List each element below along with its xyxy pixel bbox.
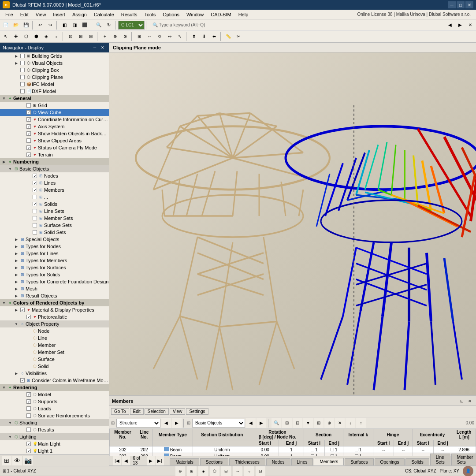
tab-nodes[interactable]: Nodes: [266, 458, 290, 465]
check-solid-sets[interactable]: [32, 230, 38, 235]
nav-section-shading[interactable]: ▼ ⬡ Shading: [0, 419, 109, 426]
check-light-1[interactable]: [26, 448, 32, 454]
viewport[interactable]: [109, 52, 476, 395]
nav-item-axis-system[interactable]: ♥ Axis System: [0, 123, 109, 130]
nav-section-numbering[interactable]: ▶ ● Numbering: [0, 158, 109, 165]
nav-item-types-surfaces[interactable]: ▶ ⊞ Types for Surfaces: [0, 264, 109, 271]
nav-item-grid[interactable]: ⊞ Grid: [0, 102, 109, 109]
nav-section-object-property[interactable]: ▼ ○ Object Property: [0, 320, 109, 327]
nav-btn-2[interactable]: 👁: [12, 456, 22, 465]
tb-clear[interactable]: ⊟: [293, 418, 302, 428]
redo-btn[interactable]: ↪: [45, 20, 55, 30]
bottom-panel-close[interactable]: ✕: [466, 398, 473, 405]
status-snap-4[interactable]: ⬡: [210, 466, 219, 476]
tb-export[interactable]: ↑: [356, 418, 366, 428]
object-filter-combo[interactable]: Basic Objects: [192, 419, 245, 428]
nav-item-supports[interactable]: ⬡ Supports: [0, 398, 109, 405]
nav-btn-1[interactable]: ⊞: [2, 456, 11, 465]
tab-members[interactable]: Members: [314, 458, 344, 465]
tab-lines[interactable]: Lines: [291, 458, 313, 465]
menu-help[interactable]: Help: [235, 11, 252, 18]
check-view-cube[interactable]: [26, 110, 32, 115]
nav-item-solid-sets[interactable]: ⊞ Solid Sets: [0, 229, 109, 236]
extra-btn-2[interactable]: ▶: [455, 20, 465, 30]
tb2-7[interactable]: ⊡: [66, 32, 75, 41]
tab-solids[interactable]: Solids: [405, 458, 429, 465]
check-solids-num[interactable]: [32, 201, 38, 207]
nav-section-general[interactable]: ▼ ● General: [0, 95, 109, 102]
new-btn[interactable]: 📄: [1, 20, 11, 30]
check-material-display[interactable]: [19, 307, 26, 312]
status-snap-7[interactable]: ⬦: [244, 466, 254, 476]
tb-filter[interactable]: ▼: [303, 418, 313, 428]
check-loads[interactable]: [26, 406, 32, 411]
obj-filter-next[interactable]: ▶: [257, 418, 266, 428]
menu-insert[interactable]: Insert: [49, 11, 69, 18]
check-clipped-areas[interactable]: [26, 138, 32, 143]
menu-view[interactable]: View: [32, 11, 50, 18]
tb2-measure[interactable]: 📏: [223, 32, 233, 41]
nav-item-clipping-box[interactable]: ⬡ Clipping Box: [0, 67, 109, 74]
nav-item-hidden-bg[interactable]: ♥ Show Hidden Objects in Background: [0, 130, 109, 137]
tab-sections[interactable]: Sections: [200, 458, 228, 465]
menu-cadbim[interactable]: CAD-BIM: [207, 11, 234, 18]
view-button[interactable]: View: [170, 408, 186, 415]
menu-edit[interactable]: Edit: [17, 11, 32, 18]
tab-member-sets[interactable]: Member Sets: [451, 454, 476, 465]
status-snap-3[interactable]: ◈: [198, 466, 208, 476]
nav-item-line[interactable]: ⬡ Line: [0, 335, 109, 342]
menu-calculate[interactable]: Calculate: [90, 11, 118, 18]
table-first[interactable]: |◀: [113, 456, 121, 465]
check-surface-reinforcements[interactable]: [26, 413, 32, 418]
nav-item-consider-colors[interactable]: ⊞ Consider Colors in Wireframe Model: [0, 377, 109, 384]
nav-item-visibilities[interactable]: ▶ ○ Visibilities: [0, 370, 109, 377]
table-last[interactable]: ▶|: [156, 456, 164, 465]
check-results-shading[interactable]: [26, 427, 32, 432]
nav-item-types-concrete[interactable]: ▶ ⊞ Types for Concrete Foundation Design: [0, 278, 109, 285]
check-surfaces[interactable]: [32, 194, 38, 200]
rotate-btn[interactable]: ↻: [104, 20, 114, 30]
nav-item-surfaces[interactable]: ⊞ ...: [0, 193, 109, 201]
check-hidden-bg[interactable]: [26, 131, 32, 136]
tb2-scale[interactable]: ⤡: [175, 32, 185, 41]
minimize-button[interactable]: ─: [448, 1, 456, 8]
check-visual-objects[interactable]: [19, 60, 26, 66]
nav-item-building-grids[interactable]: ▶ ⊞ Building Grids: [0, 52, 109, 60]
lc-combo[interactable]: G LC1: [118, 21, 145, 30]
nav-item-ifc-model[interactable]: 📦 IFC Model: [0, 81, 109, 88]
tab-materials[interactable]: Materials: [170, 458, 199, 465]
tb2-5[interactable]: ◈: [41, 32, 51, 41]
menu-file[interactable]: File: [2, 11, 17, 18]
tb2-section[interactable]: ✂: [234, 32, 243, 41]
nav-item-coord-info[interactable]: ♥ Coordinate Information on Cursor: [0, 116, 109, 123]
nav-item-nodes[interactable]: ⊞ Nodes: [0, 172, 109, 179]
check-dxf-model[interactable]: [19, 89, 26, 94]
maximize-button[interactable]: □: [457, 1, 465, 8]
check-clipping-plane[interactable]: [19, 74, 26, 80]
check-coord-info[interactable]: [26, 117, 32, 122]
nav-section-lighting[interactable]: ▼ ⬡ Lighting: [0, 433, 109, 440]
nav-item-loads[interactable]: ⬡ Loads: [0, 405, 109, 412]
bottom-panel-float[interactable]: ⊡: [458, 398, 465, 405]
tb-select-all[interactable]: ⊞: [282, 418, 292, 428]
check-building-grids[interactable]: [19, 53, 26, 59]
tb2-1[interactable]: ↖: [1, 32, 11, 41]
tb2-4[interactable]: ⬢: [31, 32, 41, 41]
tb2-rotate[interactable]: ↻: [155, 32, 164, 41]
filter-prev[interactable]: ◀: [161, 418, 171, 428]
status-snap-6[interactable]: ↔: [233, 466, 242, 476]
status-snap-8[interactable]: ⊡: [256, 466, 265, 476]
menu-options[interactable]: Options: [159, 11, 183, 18]
tb2-10[interactable]: ⌖: [100, 32, 110, 41]
nav-item-lines[interactable]: ⊞ Lines: [0, 179, 109, 186]
check-lines[interactable]: [32, 180, 38, 186]
menu-window[interactable]: Window: [183, 11, 207, 18]
nav-item-dxf-model[interactable]: 📄 DXF Model: [0, 88, 109, 95]
nav-item-terrain[interactable]: ♥ Terrain: [0, 151, 109, 158]
check-photorealistic[interactable]: [26, 314, 32, 320]
nav-item-types-members[interactable]: ▶ ⊞ Types for Members: [0, 257, 109, 264]
tb2-6[interactable]: ⬦: [52, 32, 61, 41]
nav-item-view-cube[interactable]: ⬡ View Cube: [0, 109, 109, 116]
nav-item-model[interactable]: ⬡ Model: [0, 391, 109, 398]
tb2-copy[interactable]: ⊞: [134, 32, 144, 41]
